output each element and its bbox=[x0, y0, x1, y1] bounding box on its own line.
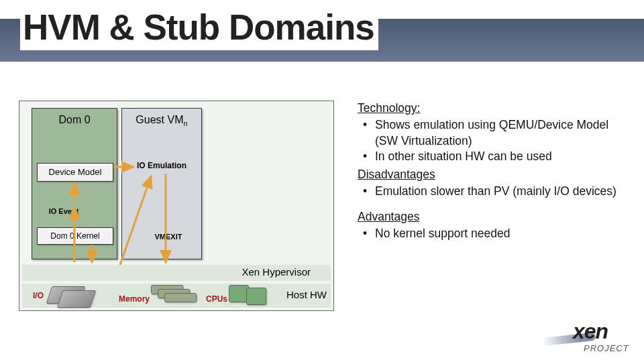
technology-list: Shows emulation using QEMU/Device Model … bbox=[358, 117, 623, 164]
guest-vm-prefix: Guest VM bbox=[136, 114, 183, 125]
list-item: Emulation slower than PV (mainly I/O dev… bbox=[374, 184, 623, 199]
io-event-label: IO Event bbox=[40, 206, 88, 218]
hw-host-label: Host HW bbox=[286, 289, 327, 300]
notes-column: Technology: Shows emulation using QEMU/D… bbox=[358, 101, 623, 244]
dom0-kernel-box: Dom 0 Kernel bbox=[37, 227, 113, 245]
advantages-heading: Advantages bbox=[358, 209, 623, 225]
logo-word: xen bbox=[573, 319, 608, 344]
xen-project-logo: xen PROJECT bbox=[546, 318, 633, 355]
slide-title: HVM & Stub Domains bbox=[20, 7, 378, 50]
disadvantages-list: Emulation slower than PV (mainly I/O dev… bbox=[358, 184, 623, 199]
list-item: Shows emulation using QEMU/Device Model … bbox=[374, 117, 623, 149]
io-emulation-label: IO Emulation bbox=[121, 159, 202, 174]
cpu-icon bbox=[246, 288, 266, 305]
memory-icon bbox=[164, 293, 197, 302]
disadvantages-heading: Disadvantages bbox=[358, 167, 623, 182]
vmexit-label: VMEXIT bbox=[147, 231, 190, 243]
device-model-box: Device Model bbox=[37, 163, 113, 182]
hw-memory-label: Memory bbox=[119, 294, 150, 304]
guest-vm-label: Guest VMn bbox=[122, 109, 201, 127]
hw-cpus-label: CPUs bbox=[206, 294, 227, 304]
list-item: No kernel support needed bbox=[374, 226, 623, 241]
advantages-list: No kernel support needed bbox=[358, 226, 623, 241]
dom0-label: Dom 0 bbox=[32, 109, 117, 126]
technology-heading: Technology: bbox=[358, 101, 623, 116]
list-item: In other situation HW can be used bbox=[374, 149, 623, 164]
hw-io-label: I/O bbox=[33, 291, 44, 300]
architecture-diagram: Dom 0 Guest VMn IO Emulation Device Mode… bbox=[19, 101, 334, 311]
hypervisor-bar: Xen Hypervisor bbox=[22, 265, 331, 281]
logo-subtext: PROJECT bbox=[584, 343, 629, 353]
nic-icon bbox=[57, 290, 96, 308]
guest-vm-subscript: n bbox=[184, 119, 188, 127]
